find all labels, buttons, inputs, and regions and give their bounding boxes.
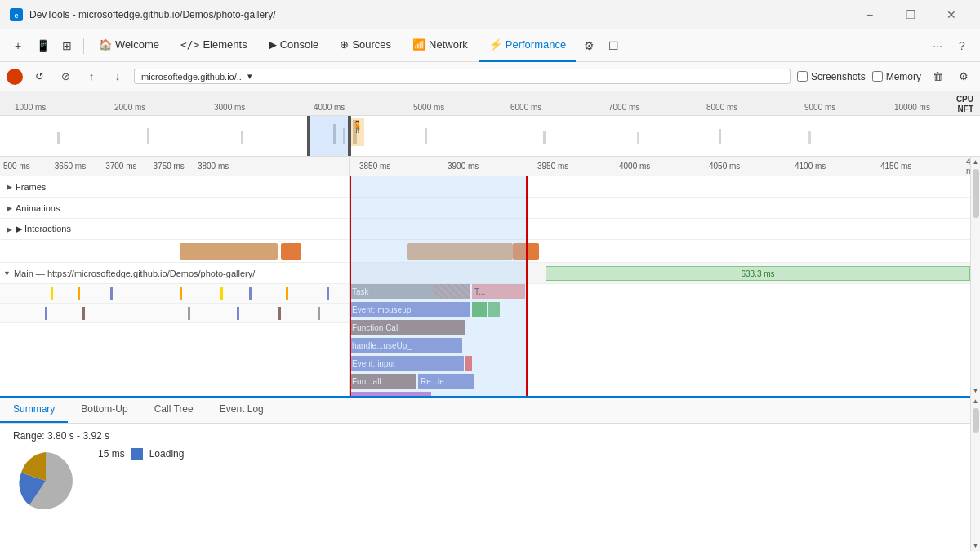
tick2-4 [237,307,239,320]
bottom-panel: Summary Bottom-Up Call Tree Event Log ▲ … [0,396,980,551]
upload-button[interactable]: ↑ [82,67,101,87]
tick2-5 [278,307,281,320]
record-button[interactable] [7,69,23,85]
overview-selection[interactable] [309,116,350,156]
main-track[interactable]: ▼ Main — https://microsoftedge.github.io… [0,263,349,284]
left-ruler-3800: 3800 ms [185,162,229,171]
ruler-mark-6: 6000 ms [510,103,541,112]
tab-bar: + 📱 ⊞ 🏠 Welcome </> Elements ▶ Console ⊕… [0,29,980,62]
memory-checkbox[interactable] [872,71,883,82]
url-display: microsoftedge.github.io/... ▾ [134,69,791,84]
memory-checkbox-label[interactable]: Memory [872,71,921,82]
selection-left-handle[interactable] [307,116,310,156]
detail-ruler-right: 3850 ms 3900 ms 3950 ms 4000 ms 4050 ms … [350,157,980,176]
stop-button[interactable]: ⊘ [56,67,75,87]
event-mouseup-bar[interactable]: Event: mouseup [350,302,470,317]
tab-event-log[interactable]: Event Log [207,397,277,423]
tab-summary[interactable]: Summary [0,397,68,423]
settings-icon-btn[interactable]: ⚙ [577,34,600,57]
bottom-sb-thumb[interactable] [973,408,979,433]
tab-performance[interactable]: ⚡ Performance [479,29,576,62]
loading-color-swatch [131,448,143,460]
sources-icon: ⊕ [340,38,349,51]
nft-label: NFT [958,104,973,113]
legend: 15 ms Loading [98,448,184,460]
handle-useup-bar[interactable]: handle...useUp_ [350,338,462,353]
interactions-track[interactable]: ▶ ▶ Interactions [0,219,349,240]
main-arrow: ▼ [3,269,11,278]
new-tab-button[interactable]: + [7,34,29,57]
bottom-sb-up[interactable]: ▲ [971,396,980,407]
bottom-sb-down[interactable]: ▼ [971,540,980,551]
screenshots-checkbox[interactable] [797,71,808,82]
task-bar[interactable]: Task [350,284,470,299]
performance-icon: ⚡ [489,38,502,51]
main-header-row: 633.3 ms [350,263,980,284]
tick-8 [327,287,329,300]
dock-button[interactable]: ⊞ [56,34,78,57]
elements-icon: </> [180,38,199,51]
cpu-label: CPU [956,95,973,104]
frames-arrow: ▶ [7,183,12,191]
re-le-bar[interactable]: Re...le [418,374,474,389]
an-us-bar[interactable]: (an...us) [350,392,431,396]
animations-track[interactable]: ▶ Animations [0,198,349,219]
selection-right-handle[interactable] [348,116,351,156]
ruler-mark-9: 9000 ms [804,103,835,112]
right-tracks-container: 633.3 ms Task T... E [350,176,980,396]
scroll-down-btn[interactable]: ▼ [971,385,980,396]
fun-all-bar[interactable]: Fun...all [350,374,416,389]
scroll-thumb[interactable] [973,169,979,218]
detail-area: 500 ms 3650 ms 3700 ms 3750 ms 3800 ms ▶… [0,157,980,396]
left-panel: 500 ms 3650 ms 3700 ms 3750 ms 3800 ms ▶… [0,157,350,396]
overview-ruler: 1000 ms 2000 ms 3000 ms 4000 ms 5000 ms … [0,91,980,116]
more-tools-button[interactable]: ··· [926,34,949,57]
tick-3 [110,287,113,300]
scroll-up-btn[interactable]: ▲ [971,157,980,167]
separator [83,38,84,54]
frames-track[interactable]: ▶ Frames [0,176,349,198]
tick-7 [286,287,288,300]
trash-button[interactable]: 🗑 [928,67,947,87]
svg-rect-10 [425,128,427,144]
tick-6 [249,287,252,300]
range-label: Range: 3.80 s - 3.92 s [13,430,967,442]
help-button[interactable]: ? [951,34,973,57]
download-button[interactable]: ↓ [108,67,127,87]
tab-network[interactable]: 📶 Network [403,29,478,62]
restore-button[interactable]: ❐ [892,0,929,29]
tick-5 [220,287,223,300]
tab-call-tree[interactable]: Call Tree [141,397,207,423]
ruler-mark-1: 1000 ms [15,103,46,112]
tab-elements[interactable]: </> Elements [171,29,257,62]
tick-2 [78,287,80,300]
overview-chart[interactable]: 🧍 [0,116,980,157]
performance-settings-button[interactable]: ⚙ [954,67,973,87]
tick2-6 [318,307,320,320]
device-emulation-button[interactable]: 📱 [31,34,54,57]
window-controls: − ❐ ✕ [851,0,970,29]
screenshots-checkbox-label[interactable]: Screenshots [797,71,866,82]
tick2-3 [188,307,190,320]
function-call-bar[interactable]: Function Call [350,320,466,335]
ruler-mark-10: 10000 ms [894,103,930,112]
ruler-mark-5: 5000 ms [413,103,444,112]
ruler-mark-2: 2000 ms [114,103,145,112]
tab-welcome[interactable]: 🏠 Welcome [89,29,169,62]
network-icon: 📶 [412,38,425,51]
tick2-1 [45,307,47,320]
animations-label: Animations [16,203,60,213]
tab-bottom-up[interactable]: Bottom-Up [68,397,140,423]
device-icon-btn[interactable]: ☐ [602,34,625,57]
close-button[interactable]: ✕ [933,0,970,29]
minimize-button[interactable]: − [851,0,889,29]
event-input-bar[interactable]: Event: input [350,356,464,371]
rr-4000: 4000 ms [619,162,650,171]
reload-profile-button[interactable]: ↺ [29,67,49,87]
task-bar-t[interactable]: T... [472,284,525,299]
left-ruler-3700: 3700 ms [86,162,136,171]
left-ruler-3650: 3650 ms [30,162,86,171]
tab-sources[interactable]: ⊕ Sources [330,29,401,62]
tab-console[interactable]: ▶ Console [259,29,329,62]
left-ruler-label: 500 ms [0,162,30,171]
